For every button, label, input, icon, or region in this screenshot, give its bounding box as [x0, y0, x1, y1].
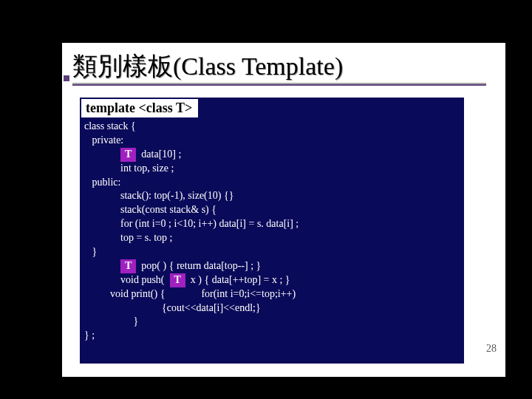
type-param-highlight: T [170, 273, 185, 287]
code-line [84, 260, 120, 271]
code-line: } ; [84, 330, 95, 341]
title-bullet-icon [64, 75, 69, 81]
code-line: stack(): top(-1), size(10) {} [84, 190, 233, 201]
template-declaration-highlight: template <class T> [81, 99, 198, 117]
code-line: void print() { for(int i=0;i<=top;i++) [84, 288, 296, 299]
code-line: private: [84, 134, 123, 146]
title-area: 類別樣板(Class Template) [62, 43, 505, 87]
code-line: {cout<<data[i]<<endl;} [84, 302, 261, 313]
code-line: } [84, 246, 97, 257]
code-line: top = s. top ; [84, 232, 173, 243]
code-block: template <class T> class stack { private… [80, 98, 464, 364]
code-body: class stack { private: T data[10] ; int … [84, 120, 461, 343]
code-line: void push( [84, 274, 170, 285]
code-line: int top, size ; [84, 163, 174, 174]
code-line: stack(const stack& s) { [84, 204, 216, 215]
code-line: data[10] ; [136, 149, 181, 160]
code-line: public: [84, 177, 120, 188]
page-number: 28 [486, 343, 497, 355]
code-line: class stack { [84, 120, 136, 132]
code-line: x ) { data[++top] = x ; } [185, 274, 290, 285]
code-line: } [84, 316, 138, 327]
type-param-highlight: T [120, 259, 136, 273]
code-line: for (int i=0 ; i<10; i++) data[i] = s. d… [84, 218, 299, 229]
code-line [84, 149, 120, 160]
slide-title: 類別樣板(Class Template) [72, 53, 498, 80]
code-line: pop( ) { return data[top--] ; } [136, 260, 261, 271]
slide: 類別樣板(Class Template) template <class T> … [62, 43, 505, 377]
type-param-highlight: T [120, 148, 136, 162]
title-underline [72, 83, 486, 86]
